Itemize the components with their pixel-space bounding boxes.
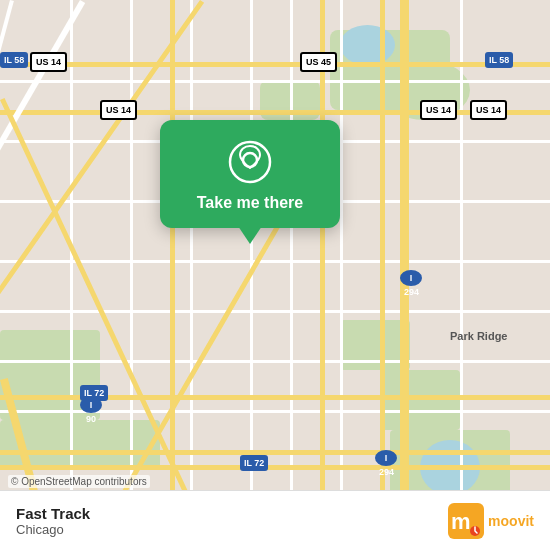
- popup-label: Take me there: [197, 194, 303, 212]
- map-background: US 14 US 14 US 14 US 14 US 45 IL 58 IL 5…: [0, 0, 550, 550]
- svg-text:m: m: [451, 509, 471, 534]
- popup-card[interactable]: Take me there: [160, 120, 340, 228]
- road-major-h-4: [0, 450, 550, 455]
- location-info: Fast Track Chicago: [16, 505, 90, 537]
- location-city: Chicago: [16, 522, 90, 537]
- water-area: [340, 25, 395, 65]
- us45-badge: US 45: [300, 52, 337, 72]
- il72-badge-2: IL 72: [240, 455, 268, 471]
- us14-badge-2: US 14: [100, 100, 137, 120]
- street-h: [0, 80, 550, 83]
- map-container: US 14 US 14 US 14 US 14 US 45 IL 58 IL 5…: [0, 0, 550, 550]
- i90-badge: I 90: [80, 397, 102, 413]
- us14-badge-4: US 14: [470, 100, 507, 120]
- i294-badge-2: I 294: [375, 450, 397, 466]
- map-attribution: © OpenStreetMap contributors: [8, 475, 150, 488]
- svg-point-0: [230, 142, 270, 182]
- us14-badge-1: US 14: [30, 52, 67, 72]
- street-h: [0, 260, 550, 263]
- street-h: [0, 310, 550, 313]
- moovit-logo: m moovit: [448, 503, 534, 539]
- road-major-v-2: [320, 0, 325, 550]
- location-pin-icon: [228, 140, 272, 184]
- il58-badge-1: IL 58: [0, 52, 28, 68]
- park-area-6: [380, 370, 460, 430]
- road-major-h: [0, 62, 550, 67]
- city-label-parkridge: Park Ridge: [450, 330, 507, 342]
- moovit-logo-icon: m: [448, 503, 484, 539]
- street-h: [0, 360, 550, 363]
- bottom-bar: Fast Track Chicago m moovit: [0, 490, 550, 550]
- il58-badge-2: IL 58: [485, 52, 513, 68]
- road-major-h-2: [0, 110, 550, 115]
- us14-badge-3: US 14: [420, 100, 457, 120]
- location-name: Fast Track: [16, 505, 90, 522]
- i294-badge-1: I 294: [400, 270, 422, 286]
- road-major-h-5: [0, 465, 550, 470]
- moovit-text: moovit: [488, 513, 534, 529]
